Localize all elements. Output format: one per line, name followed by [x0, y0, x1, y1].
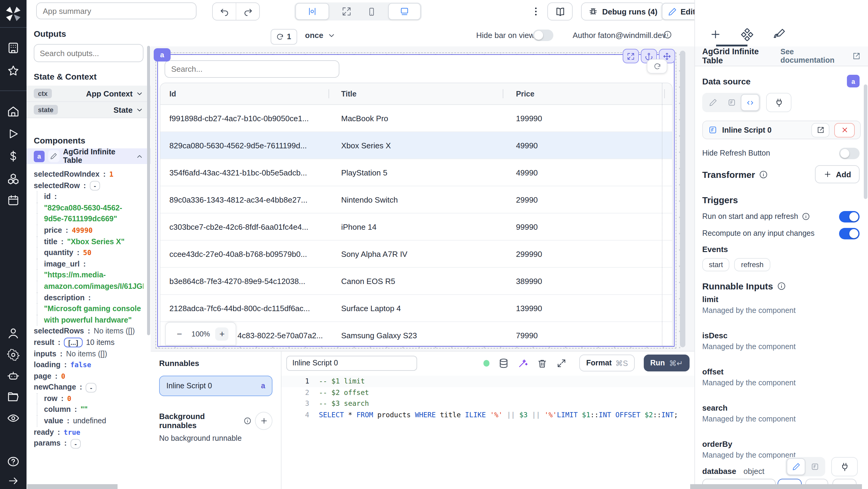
- undo-button[interactable]: [213, 3, 236, 20]
- refresh-count-button[interactable]: 1: [271, 29, 297, 44]
- tree-collapse-button[interactable]: -: [90, 181, 100, 190]
- star-icon[interactable]: [7, 64, 20, 77]
- component-tag[interactable]: a: [154, 48, 170, 61]
- canvas-scrollbar[interactable]: [680, 51, 685, 347]
- add-transformer-button[interactable]: Add: [815, 165, 860, 183]
- column-header-title[interactable]: Title: [329, 90, 503, 98]
- robot-icon[interactable]: [7, 370, 20, 382]
- more-menu-button[interactable]: [530, 4, 541, 19]
- open-script-button[interactable]: [811, 123, 830, 137]
- interval-select[interactable]: once: [305, 31, 336, 40]
- recompute-toggle[interactable]: [839, 228, 860, 239]
- table-search-input[interactable]: [164, 60, 339, 78]
- table-row[interactable]: 89c0a336-1343-4812-ac34-e4bb8e27...Ninte…: [160, 186, 672, 213]
- event-chip[interactable]: start: [702, 258, 730, 271]
- workspace-icon[interactable]: [7, 41, 20, 54]
- table-row[interactable]: b3e864c8-7fe3-4270-89e9-54c12038...Canon…: [160, 268, 672, 295]
- table-row[interactable]: 354f6afd-43ac-4321-b1bc-0b5e5adcb...Play…: [160, 159, 672, 186]
- triggers-title: Triggers: [702, 195, 738, 205]
- desktop-view-button[interactable]: [388, 3, 421, 20]
- format-button[interactable]: Format⌘S: [580, 355, 634, 371]
- outputs-search-input[interactable]: [34, 44, 144, 62]
- zoom-out-button[interactable]: −: [173, 327, 186, 340]
- delete-script-icon[interactable]: [537, 358, 548, 368]
- static-mode-icon[interactable]: [786, 458, 805, 475]
- hide-bar-toggle[interactable]: [533, 30, 553, 41]
- add-background-runnable-button[interactable]: [255, 412, 273, 430]
- debug-runs-button[interactable]: Debug runs (4): [581, 2, 664, 21]
- code-line: 3-- $3 search: [281, 398, 694, 409]
- tree-collapse-button[interactable]: -: [86, 383, 96, 392]
- aggrid-component[interactable]: a Id Title Price f991898d-cb2: [157, 54, 675, 347]
- table-row[interactable]: 2128adca-7fc6-44bd-800c-dc115df6ac...Sur…: [160, 295, 672, 322]
- runnable-item[interactable]: Inline Script 0 a: [159, 376, 273, 396]
- database-connect-button[interactable]: [831, 457, 858, 476]
- mobile-view-button[interactable]: [355, 4, 387, 19]
- expand-editor-icon[interactable]: [557, 358, 567, 368]
- connect-mode-button[interactable]: [766, 93, 792, 112]
- ctx-row[interactable]: ctx App Context: [27, 86, 151, 102]
- template-mode-icon[interactable]: [722, 94, 741, 111]
- chevron-down-icon: [328, 31, 336, 39]
- component-refresh-button[interactable]: [647, 59, 667, 73]
- inspector-hscrollbar[interactable]: [690, 484, 862, 489]
- remove-script-button[interactable]: [834, 123, 855, 137]
- outputs-scrollbar[interactable]: [147, 46, 150, 335]
- component-settings-tab[interactable]: [741, 28, 753, 41]
- table-row[interactable]: 4c83-8022-5e70a07a2...Samsung Galaxy S23…: [160, 322, 672, 346]
- info-icon[interactable]: [663, 30, 672, 39]
- folder-icon[interactable]: [7, 391, 20, 403]
- column-header-id[interactable]: Id: [160, 90, 329, 98]
- docs-button[interactable]: [547, 2, 572, 21]
- tree-collapse-button[interactable]: [...]: [64, 338, 82, 347]
- table-row[interactable]: f991898d-cb27-4ac7-b10c-0b9050ce1...MacB…: [160, 105, 672, 132]
- event-chip[interactable]: refresh: [735, 258, 770, 271]
- windmill-logo[interactable]: [5, 6, 21, 22]
- state-row[interactable]: state State: [27, 102, 151, 118]
- chevron-up-icon[interactable]: [135, 152, 144, 160]
- collapse-sidebar-icon[interactable]: [7, 475, 19, 487]
- script-name-input[interactable]: [286, 356, 417, 370]
- ai-assistant-icon[interactable]: [518, 358, 528, 368]
- pencil-icon[interactable]: [48, 150, 60, 162]
- run-button[interactable]: Run⌘↵: [644, 355, 689, 371]
- app-summary-input[interactable]: [36, 2, 196, 19]
- user-icon[interactable]: [7, 327, 20, 339]
- column-header-price[interactable]: Price: [503, 90, 672, 98]
- redo-button[interactable]: [236, 3, 259, 20]
- code-mode-icon[interactable]: [741, 94, 760, 111]
- run-on-start-toggle[interactable]: [839, 211, 860, 222]
- eye-icon[interactable]: [7, 412, 20, 425]
- gear-icon[interactable]: [7, 348, 20, 361]
- data-source-script-row[interactable]: Inline Script 0: [702, 121, 861, 139]
- run-on-start-label: Run on start and app refresh: [702, 212, 810, 221]
- see-documentation-link[interactable]: See documentation: [781, 48, 861, 64]
- hide-refresh-toggle[interactable]: [839, 148, 860, 159]
- table-row[interactable]: ccee43dc-27e0-40a8-b768-b09579b0...Sony …: [160, 241, 672, 268]
- home-icon[interactable]: [7, 105, 20, 118]
- center-layout-button[interactable]: [296, 3, 329, 20]
- dollar-icon[interactable]: [7, 150, 19, 162]
- zoom-in-button[interactable]: +: [216, 327, 229, 340]
- styling-tab[interactable]: [773, 28, 785, 40]
- inspector-scrollbar[interactable]: [864, 84, 867, 199]
- help-icon[interactable]: [7, 455, 20, 468]
- runs-icon[interactable]: [7, 128, 19, 140]
- table-row[interactable]: 829ca080-5630-4562-9d5e-7611199d...Xbox …: [160, 132, 672, 159]
- app-canvas[interactable]: a Id Title Price f991898d-cb2: [151, 47, 694, 351]
- code-editor[interactable]: 1-- $1 limit2-- $2 offset3-- $3 search4S…: [281, 376, 694, 489]
- database-mode-select: [785, 457, 825, 476]
- output-tree-value-line: 9d5e-7611199dc669": [37, 214, 144, 225]
- runnable-input-item: offsetManaged by the component: [702, 367, 861, 389]
- add-component-tab[interactable]: [710, 28, 721, 40]
- cubes-icon[interactable]: [7, 173, 20, 185]
- table-row[interactable]: c303bce7-cb2e-42c6-8fdf-6aa01fc4e4...iPh…: [160, 213, 672, 241]
- calendar-icon[interactable]: [7, 194, 19, 206]
- expand-component-button[interactable]: [623, 49, 639, 63]
- outputs-hscrollbar[interactable]: [27, 484, 118, 489]
- database-icon[interactable]: [499, 358, 509, 368]
- component-list-item[interactable]: a AgGrid Infinite Table: [27, 148, 151, 164]
- tree-collapse-button[interactable]: -: [70, 439, 81, 448]
- template-mode-icon[interactable]: [805, 458, 824, 475]
- static-mode-icon[interactable]: [704, 94, 722, 111]
